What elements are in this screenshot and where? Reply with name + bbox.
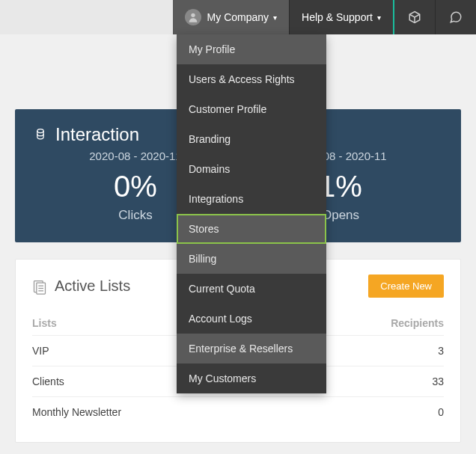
- caret-down-icon: ▾: [273, 13, 277, 22]
- caret-down-icon: ▾: [377, 13, 381, 22]
- menu-item-domains[interactable]: Domains: [177, 154, 326, 184]
- menu-item-stores[interactable]: Stores: [177, 214, 326, 244]
- menu-item-billing[interactable]: Billing: [177, 244, 326, 274]
- menu-item-enterprise-resellers[interactable]: Enterprise & Resellers: [177, 334, 326, 363]
- package-button[interactable]: [393, 0, 435, 34]
- chat-button[interactable]: [435, 0, 476, 34]
- help-menu-label: Help & Support: [302, 11, 373, 23]
- company-menu-label: My Company: [207, 11, 269, 23]
- recipients-col-header: Recipients: [391, 317, 444, 329]
- interaction-icon: [33, 126, 48, 144]
- chat-icon: [449, 10, 463, 24]
- menu-item-account-logs[interactable]: Account Logs: [177, 304, 326, 334]
- menu-item-my-profile[interactable]: My Profile: [177, 34, 326, 64]
- menu-item-integrations[interactable]: Integrations: [177, 184, 326, 214]
- list-count: 0: [438, 406, 444, 418]
- lists-icon: [32, 278, 47, 295]
- company-menu-trigger[interactable]: My Company ▾: [173, 0, 289, 34]
- create-new-button[interactable]: Create New: [368, 274, 444, 298]
- menu-item-current-quota[interactable]: Current Quota: [177, 274, 326, 304]
- active-lists-title: Active Lists: [55, 277, 130, 295]
- topbar: My Company ▾ Help & Support ▾: [0, 0, 476, 34]
- menu-item-customer-profile[interactable]: Customer Profile: [177, 94, 326, 124]
- company-dropdown: My ProfileUsers & Access RightsCustomer …: [177, 34, 326, 393]
- list-row[interactable]: Monthly Newsletter0: [32, 397, 444, 427]
- menu-item-my-customers[interactable]: My Customers: [177, 363, 326, 393]
- avatar-icon: [185, 9, 201, 25]
- svg-point-0: [191, 13, 195, 17]
- package-icon: [408, 10, 421, 24]
- menu-item-users-access-rights[interactable]: Users & Access Rights: [177, 64, 326, 94]
- list-name: VIP: [32, 345, 49, 357]
- svg-point-1: [37, 129, 43, 133]
- list-count: 33: [432, 375, 444, 387]
- menu-item-branding[interactable]: Branding: [177, 124, 326, 154]
- interaction-title: Interaction: [55, 124, 139, 145]
- lists-col-header: Lists: [32, 317, 57, 329]
- list-count: 3: [438, 345, 444, 357]
- help-menu-trigger[interactable]: Help & Support ▾: [289, 0, 393, 34]
- list-name: Clients: [32, 375, 64, 387]
- list-name: Monthly Newsletter: [32, 406, 121, 418]
